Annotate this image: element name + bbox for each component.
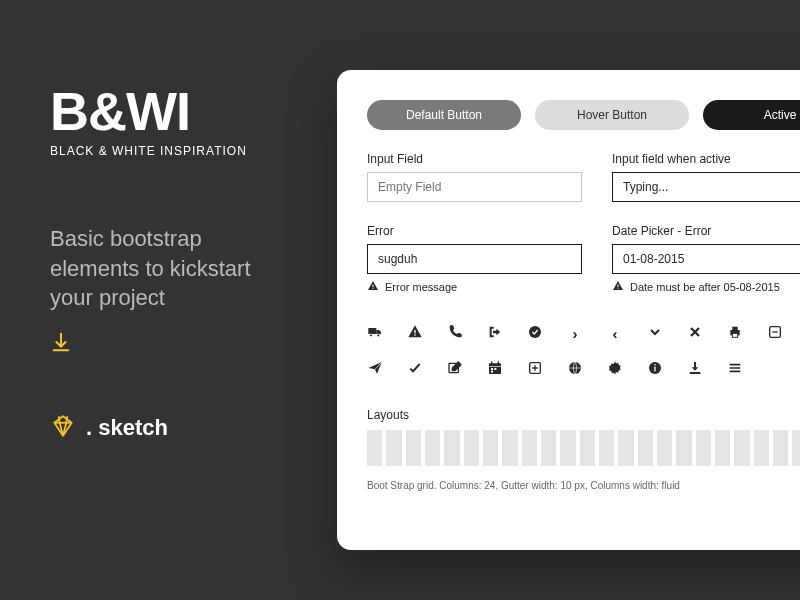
sketch-icon — [50, 413, 76, 443]
active-button[interactable]: Active — [703, 100, 800, 130]
calendar-icon — [487, 360, 503, 380]
check-icon — [407, 360, 423, 380]
svg-rect-6 — [414, 330, 415, 333]
phone-icon — [447, 324, 463, 344]
download-icon — [687, 360, 703, 380]
svg-rect-27 — [690, 372, 701, 374]
print-icon — [727, 324, 743, 344]
svg-rect-25 — [654, 367, 655, 372]
svg-rect-1 — [373, 288, 374, 289]
input-label-date: Date Picker - Error — [612, 224, 800, 238]
error-message: Error message — [385, 281, 457, 293]
globe-icon — [567, 360, 583, 380]
input-date[interactable] — [612, 244, 800, 274]
input-error[interactable] — [367, 244, 582, 274]
svg-rect-3 — [618, 288, 619, 289]
gear-icon — [607, 360, 623, 380]
svg-rect-18 — [491, 368, 493, 370]
default-button[interactable]: Default Button — [367, 100, 521, 130]
warning-icon — [407, 324, 423, 344]
input-active[interactable] — [612, 172, 800, 202]
chevron-down-icon — [647, 324, 663, 344]
svg-rect-15 — [489, 366, 501, 367]
input-normal[interactable] — [367, 172, 582, 202]
info-icon — [647, 360, 663, 380]
chevron-left-icon: ‹ — [607, 325, 623, 343]
truck-icon — [367, 324, 383, 344]
input-label-normal: Input Field — [367, 152, 582, 166]
plus-square-icon — [527, 360, 543, 380]
svg-rect-11 — [732, 333, 737, 337]
paper-plane-icon — [367, 360, 383, 380]
svg-point-8 — [529, 326, 541, 338]
elements-card: Default Button Hover Button Active Input… — [337, 70, 800, 550]
times-icon — [687, 324, 703, 344]
brand-subtitle: BLACK & WHITE INSPIRATION — [50, 144, 290, 158]
grid-caption: Boot Strap grid. Columns: 24, Gutter wid… — [367, 480, 800, 491]
brand-tagline: Basic bootstrap elements to kickstart yo… — [50, 224, 290, 313]
edit-icon — [447, 360, 463, 380]
date-error-message: Date must be after 05-08-2015 — [630, 281, 780, 293]
svg-rect-10 — [732, 327, 737, 330]
input-label-active: Input field when active — [612, 152, 800, 166]
svg-rect-19 — [494, 368, 496, 370]
download-icon[interactable] — [50, 331, 290, 357]
chevron-right-icon: › — [567, 325, 583, 343]
grid-columns — [367, 430, 800, 466]
svg-point-5 — [377, 334, 380, 337]
signout-icon — [487, 324, 503, 344]
svg-point-4 — [370, 334, 373, 337]
svg-rect-2 — [618, 285, 619, 288]
sketch-label: . sketch — [86, 415, 168, 441]
hover-button[interactable]: Hover Button — [535, 100, 689, 130]
svg-rect-0 — [373, 285, 374, 288]
bars-icon — [727, 360, 743, 380]
svg-rect-17 — [498, 361, 499, 364]
minus-square-icon — [767, 324, 783, 344]
svg-rect-20 — [491, 371, 493, 373]
warning-icon — [612, 280, 624, 294]
svg-rect-26 — [654, 364, 655, 365]
input-label-error: Error — [367, 224, 582, 238]
svg-rect-16 — [491, 361, 492, 364]
svg-rect-7 — [414, 334, 415, 335]
brand-title: B&WI — [50, 84, 290, 138]
icon-grid: › ‹ « » — [367, 324, 800, 380]
check-circle-icon — [527, 324, 543, 344]
layouts-label: Layouts — [367, 408, 800, 422]
warning-icon — [367, 280, 379, 294]
